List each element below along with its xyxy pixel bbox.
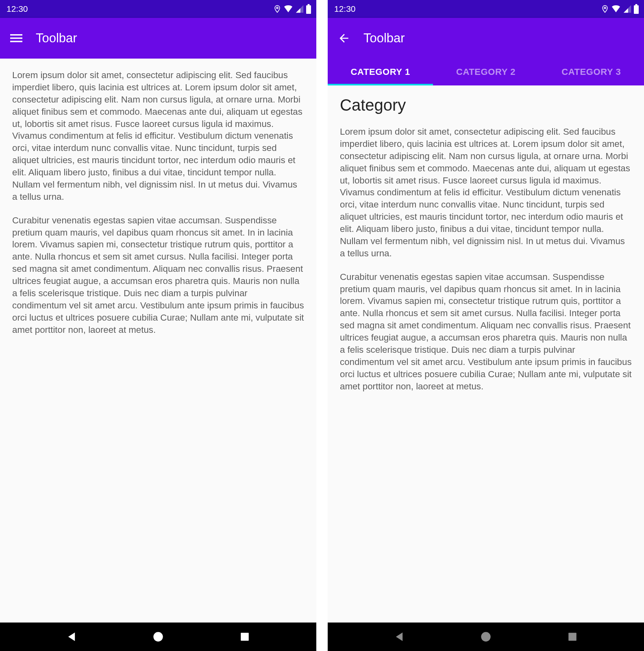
svg-point-6 [153,632,163,641]
svg-point-0 [276,7,278,9]
content-area[interactable]: Category Lorem ipsum dolor sit amet, con… [328,85,644,623]
tab-indicator [328,84,433,85]
location-icon [273,4,281,14]
body-paragraph: Curabitur venenatis egestas sapien vitae… [340,271,632,393]
hamburger-menu-button[interactable] [0,18,33,59]
triangle-back-icon [66,631,77,642]
system-nav-bar [0,623,316,651]
svg-rect-1 [306,5,311,14]
hamburger-icon [10,32,22,44]
battery-icon [633,4,639,14]
wifi-icon [283,4,294,13]
nav-home-button[interactable] [478,629,494,645]
toolbar-title: Toolbar [360,31,405,46]
toolbar-title: Toolbar [33,31,77,46]
back-button[interactable] [328,18,360,59]
square-recents-icon [567,631,578,642]
status-time: 12:30 [333,4,356,14]
nav-home-button[interactable] [150,629,166,645]
svg-rect-9 [634,5,639,14]
tab-bar: CATEGORY 1 CATEGORY 2 CATEGORY 3 [328,59,644,85]
svg-rect-2 [308,4,310,5]
nav-recents-button[interactable] [564,629,581,645]
svg-rect-12 [568,633,577,641]
status-icons [273,4,311,14]
svg-rect-5 [10,41,22,42]
square-recents-icon [239,631,250,642]
signal-icon [623,4,632,13]
content-heading: Category [340,96,632,114]
tab-category-1[interactable]: CATEGORY 1 [328,59,433,85]
status-bar: 12:30 [0,0,316,18]
tab-category-3[interactable]: CATEGORY 3 [539,59,644,85]
tab-category-2[interactable]: CATEGORY 2 [433,59,538,85]
tab-label: CATEGORY 1 [351,67,410,77]
svg-rect-7 [241,633,249,641]
device-right: 12:30 Toolbar [328,0,644,651]
status-bar: 12:30 [328,0,644,18]
status-time: 12:30 [5,4,28,14]
svg-point-11 [481,632,490,641]
svg-point-8 [604,7,606,9]
tab-label: CATEGORY 3 [561,67,621,77]
app-bar: Toolbar CATEGORY 1 CATEGORY 2 CATEGORY 3 [328,18,644,85]
content-area[interactable]: Lorem ipsum dolor sit amet, consectetur … [0,59,316,623]
svg-rect-3 [10,34,22,35]
system-nav-bar [328,623,644,651]
circle-home-icon [152,631,164,642]
wifi-icon [611,4,621,13]
app-bar: Toolbar [0,18,316,59]
nav-back-button[interactable] [63,629,80,645]
triangle-back-icon [394,631,405,642]
arrow-back-icon [337,32,350,45]
nav-back-button[interactable] [391,629,407,645]
tab-label: CATEGORY 2 [456,67,516,77]
device-left: 12:30 Toolbar Lo [0,0,316,651]
status-icons [601,4,639,14]
location-icon [601,4,609,14]
body-paragraph: Lorem ipsum dolor sit amet, consectetur … [12,69,304,203]
body-paragraph: Curabitur venenatis egestas sapien vitae… [12,214,304,336]
body-paragraph: Lorem ipsum dolor sit amet, consectetur … [340,126,632,260]
signal-icon [295,4,304,13]
svg-rect-4 [10,37,22,39]
circle-home-icon [480,631,492,642]
nav-recents-button[interactable] [237,629,253,645]
battery-icon [306,4,311,14]
svg-rect-10 [635,4,637,5]
